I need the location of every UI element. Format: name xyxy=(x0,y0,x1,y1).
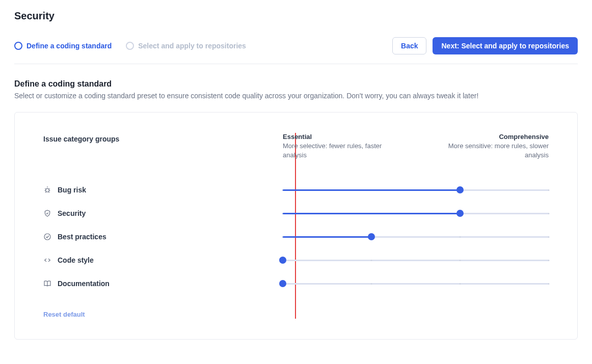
category-row: Bug risk xyxy=(43,178,549,202)
slider-tick xyxy=(370,260,372,261)
slider-tick xyxy=(459,260,461,261)
bug-icon xyxy=(43,186,51,194)
slider-fill xyxy=(283,189,460,191)
slider-tick xyxy=(548,189,550,191)
step-apply-repos[interactable]: Select and apply to repositories xyxy=(126,42,246,50)
next-button[interactable]: Next: Select and apply to repositories xyxy=(433,37,578,54)
category-slider[interactable] xyxy=(283,185,549,195)
svg-point-0 xyxy=(46,189,49,192)
slider-fill xyxy=(283,213,460,214)
stepper-row: Define a coding standard Select and appl… xyxy=(14,37,578,64)
book-icon xyxy=(43,279,51,288)
scale-comprehensive: Comprehensive More sensitive: more rules… xyxy=(447,133,549,160)
scale-essential: Essential More selective: fewer rules, f… xyxy=(283,133,385,160)
slider-track xyxy=(283,283,549,285)
header-row: Issue category groups Essential More sel… xyxy=(43,133,549,160)
step-circle-icon xyxy=(14,42,22,50)
slider-tick xyxy=(459,283,461,285)
category-slider[interactable] xyxy=(283,255,549,265)
category-name: Bug risk xyxy=(58,186,86,194)
shield-icon xyxy=(43,209,51,217)
scale-comprehensive-title: Comprehensive xyxy=(447,133,549,141)
scale-labels: Essential More selective: fewer rules, f… xyxy=(283,133,549,160)
slider-fill xyxy=(283,236,371,238)
slider-thumb[interactable] xyxy=(279,280,286,287)
slider-track xyxy=(283,260,549,261)
issue-groups-label: Issue category groups xyxy=(43,133,267,160)
categories-list: Bug riskSecurityBest practicesCode style… xyxy=(43,178,549,295)
slider-tick xyxy=(548,236,550,238)
category-row: Best practices xyxy=(43,225,549,248)
slider-thumb[interactable] xyxy=(368,233,375,240)
essential-marker-line xyxy=(295,133,296,319)
back-button[interactable]: Back xyxy=(392,37,426,54)
svg-point-1 xyxy=(44,234,50,240)
steps: Define a coding standard Select and appl… xyxy=(14,42,246,50)
category-name: Code style xyxy=(58,256,94,264)
step-circle-icon xyxy=(126,42,134,50)
category-label: Documentation xyxy=(43,279,267,288)
section-description: Select or customize a coding standard pr… xyxy=(14,92,578,100)
scale-essential-desc: More selective: fewer rules, faster anal… xyxy=(283,142,385,160)
scale-comprehensive-desc: More sensitive: more rules, slower analy… xyxy=(447,142,549,160)
category-label: Bug risk xyxy=(43,186,267,194)
category-label: Security xyxy=(43,209,267,217)
slider-thumb[interactable] xyxy=(456,210,464,217)
slider-tick xyxy=(459,236,461,238)
category-row: Documentation xyxy=(43,272,549,295)
slider-thumb[interactable] xyxy=(456,186,464,193)
step-label: Define a coding standard xyxy=(26,42,112,50)
category-slider[interactable] xyxy=(283,278,549,289)
page-title: Security xyxy=(14,10,578,22)
category-slider[interactable] xyxy=(283,208,549,218)
step-label: Select and apply to repositories xyxy=(138,42,246,50)
reset-default-link[interactable]: Reset default xyxy=(43,311,85,318)
category-label: Best practices xyxy=(43,233,267,241)
category-name: Best practices xyxy=(58,233,106,241)
step-actions: Back Next: Select and apply to repositor… xyxy=(392,37,578,54)
slider-thumb[interactable] xyxy=(279,257,286,264)
slider-tick xyxy=(548,260,550,261)
category-row: Security xyxy=(43,202,549,225)
code-icon xyxy=(43,256,51,264)
category-row: Code style xyxy=(43,248,549,272)
category-slider[interactable] xyxy=(283,232,549,242)
category-name: Documentation xyxy=(58,279,110,288)
category-name: Security xyxy=(58,209,86,217)
step-define-standard[interactable]: Define a coding standard xyxy=(14,42,112,50)
slider-tick xyxy=(370,283,372,285)
slider-tick xyxy=(548,283,550,285)
slider-tick xyxy=(548,213,550,214)
standard-card: Issue category groups Essential More sel… xyxy=(14,112,578,340)
section-title: Define a coding standard xyxy=(14,79,578,89)
category-label: Code style xyxy=(43,256,267,264)
scale-essential-title: Essential xyxy=(283,133,385,141)
check-circle-icon xyxy=(43,233,51,241)
